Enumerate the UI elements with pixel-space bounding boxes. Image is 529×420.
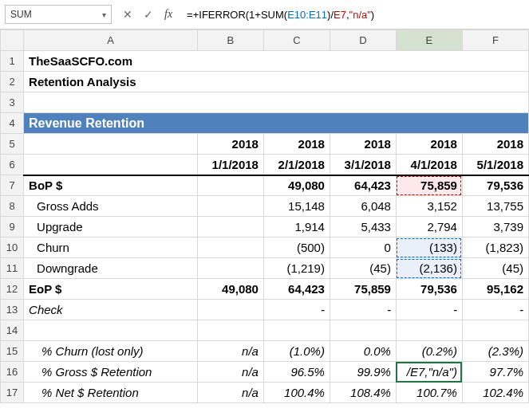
cell[interactable]: 2018: [396, 134, 462, 155]
col-header-A[interactable]: A: [24, 30, 198, 51]
cell[interactable]: 0.0%: [330, 341, 396, 362]
cell-E7[interactable]: 75,859: [396, 175, 462, 196]
cell[interactable]: 100.4%: [263, 383, 330, 403]
cell[interactable]: [197, 258, 263, 279]
row-header[interactable]: 9: [1, 217, 24, 237]
col-header-B[interactable]: B: [197, 30, 263, 51]
cell-E11[interactable]: (2,136): [396, 258, 462, 279]
subtitle[interactable]: Retention Analysis: [24, 72, 529, 92]
cell[interactable]: [197, 237, 263, 258]
cell[interactable]: 79,536: [396, 279, 462, 300]
cell[interactable]: 3/1/2018: [330, 155, 396, 175]
cell[interactable]: 64,423: [263, 279, 330, 300]
cell[interactable]: 102.4%: [462, 383, 528, 403]
col-header-C[interactable]: C: [263, 30, 330, 51]
row-label[interactable]: EoP $: [24, 279, 198, 300]
formula-input[interactable]: =+IFERROR(1+SUM(E10:E11)/E7,"n/a"): [184, 9, 524, 21]
row-label[interactable]: Downgrade: [24, 258, 198, 279]
cell[interactable]: 5/1/2018: [462, 155, 528, 175]
cell[interactable]: 3,739: [462, 217, 528, 237]
cell[interactable]: [263, 320, 330, 341]
row-label[interactable]: Upgrade: [24, 217, 198, 237]
spreadsheet-grid[interactable]: A B C D E F 1 TheSaaSCFO.com 2 Retention…: [0, 29, 529, 403]
cell[interactable]: 2/1/2018: [263, 155, 330, 175]
cell[interactable]: 1,914: [263, 217, 330, 237]
cell[interactable]: n/a: [197, 383, 263, 403]
row-label[interactable]: % Gross $ Retention: [24, 362, 198, 383]
cell[interactable]: 6,048: [330, 196, 396, 217]
cell[interactable]: -: [330, 300, 396, 320]
fx-icon[interactable]: fx: [164, 8, 172, 21]
col-header-E[interactable]: E: [396, 30, 462, 51]
cell[interactable]: 96.5%: [263, 362, 330, 383]
cell[interactable]: 49,080: [263, 175, 330, 196]
cell[interactable]: 99.9%: [330, 362, 396, 383]
cell[interactable]: [24, 134, 198, 155]
row-header[interactable]: 7: [1, 175, 24, 196]
row-header[interactable]: 11: [1, 258, 24, 279]
row-header[interactable]: 5: [1, 134, 24, 155]
cell[interactable]: 49,080: [197, 279, 263, 300]
chevron-down-icon[interactable]: ▾: [102, 10, 106, 19]
cell[interactable]: -: [263, 300, 330, 320]
cell[interactable]: [197, 217, 263, 237]
row-header[interactable]: 8: [1, 196, 24, 217]
row-header[interactable]: 14: [1, 320, 24, 341]
cell[interactable]: 2,794: [396, 217, 462, 237]
cell[interactable]: 13,755: [462, 196, 528, 217]
cell[interactable]: (1.0%): [263, 341, 330, 362]
col-header-F[interactable]: F: [462, 30, 528, 51]
row-header[interactable]: 2: [1, 72, 24, 92]
section-header[interactable]: Revenue Retention: [24, 113, 529, 134]
row-header[interactable]: 17: [1, 383, 24, 403]
cell[interactable]: 2018: [197, 134, 263, 155]
cell[interactable]: n/a: [197, 341, 263, 362]
cell[interactable]: 108.4%: [330, 383, 396, 403]
cell[interactable]: 1/1/2018: [197, 155, 263, 175]
row-label[interactable]: Check: [24, 300, 198, 320]
cell-E10[interactable]: (133): [396, 237, 462, 258]
cell[interactable]: (45): [462, 258, 528, 279]
cell[interactable]: [24, 155, 198, 175]
row-header[interactable]: 1: [1, 51, 24, 72]
cell[interactable]: 5,433: [330, 217, 396, 237]
row-header[interactable]: 16: [1, 362, 24, 383]
row-label[interactable]: % Net $ Retention: [24, 383, 198, 403]
site-title[interactable]: TheSaaSCFO.com: [24, 51, 529, 72]
cell[interactable]: (45): [330, 258, 396, 279]
row-label[interactable]: % Churn (lost only): [24, 341, 198, 362]
row-label[interactable]: Churn: [24, 237, 198, 258]
row-header[interactable]: 10: [1, 237, 24, 258]
row-header[interactable]: 4: [1, 113, 24, 134]
cell[interactable]: (1,823): [462, 237, 528, 258]
row-header[interactable]: 13: [1, 300, 24, 320]
cell[interactable]: -: [396, 300, 462, 320]
active-cell-E16[interactable]: /E7,"n/a"): [396, 362, 462, 383]
cell[interactable]: (2.3%): [462, 341, 528, 362]
row-label[interactable]: BoP $: [24, 175, 198, 196]
cell[interactable]: 2018: [330, 134, 396, 155]
cell[interactable]: 100.7%: [396, 383, 462, 403]
cell[interactable]: 97.7%: [462, 362, 528, 383]
cell[interactable]: 75,859: [330, 279, 396, 300]
col-header-D[interactable]: D: [330, 30, 396, 51]
row-header[interactable]: 12: [1, 279, 24, 300]
row-header[interactable]: 6: [1, 155, 24, 175]
row-label[interactable]: Gross Adds: [24, 196, 198, 217]
cell[interactable]: [197, 320, 263, 341]
cell[interactable]: [197, 175, 263, 196]
enter-icon[interactable]: ✓: [144, 8, 153, 21]
cell[interactable]: 64,423: [330, 175, 396, 196]
cell[interactable]: [197, 300, 263, 320]
select-all[interactable]: [1, 30, 24, 51]
cell[interactable]: 2018: [263, 134, 330, 155]
cell[interactable]: 4/1/2018: [396, 155, 462, 175]
cell[interactable]: 2018: [462, 134, 528, 155]
cell[interactable]: 79,536: [462, 175, 528, 196]
cell[interactable]: (0.2%): [396, 341, 462, 362]
cell[interactable]: 95,162: [462, 279, 528, 300]
name-box[interactable]: SUM ▾: [5, 5, 112, 24]
cell[interactable]: -: [462, 300, 528, 320]
cell[interactable]: (500): [263, 237, 330, 258]
cell[interactable]: [197, 196, 263, 217]
